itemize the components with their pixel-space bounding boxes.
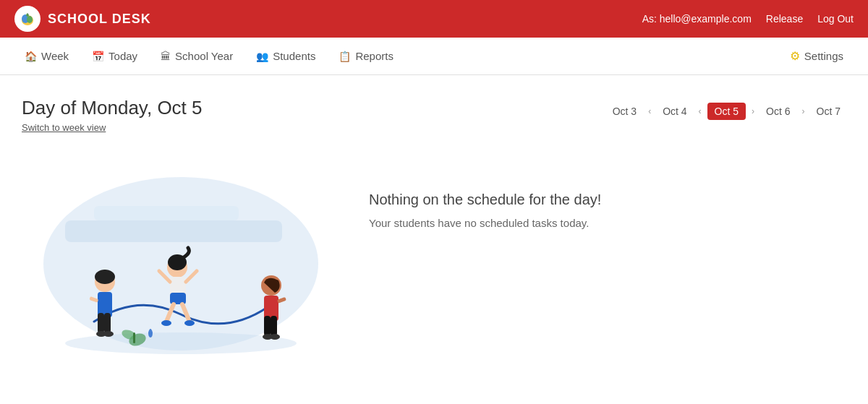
illustration (22, 148, 326, 365)
svg-rect-12 (98, 313, 104, 333)
svg-point-3 (27, 16, 33, 23)
day-title-area: Day of Monday, Oct 5 Switch to week view (22, 97, 203, 134)
app-title: SCHOOL DESK (48, 12, 151, 27)
nav-item-reports[interactable]: 📋 Reports (328, 44, 404, 68)
svg-rect-13 (104, 313, 111, 333)
svg-point-23 (161, 320, 171, 326)
content-area: Nothing on the schedule for the day! You… (22, 148, 846, 365)
nav-label-reports: Reports (355, 50, 393, 62)
reports-icon: 📋 (339, 51, 351, 62)
settings-label: Settings (804, 50, 843, 62)
home-icon: 🏠 (25, 51, 37, 62)
day-nav: Oct 3 ‹ Oct 4 ‹ Oct 5 › Oct 6 › Oct 7 (607, 103, 846, 120)
day-nav-oct6[interactable]: Oct 6 (760, 103, 796, 120)
prev-arrow[interactable]: ‹ (647, 103, 652, 119)
svg-rect-5 (27, 13, 28, 16)
day-nav-oct3[interactable]: Oct 3 (607, 103, 642, 120)
switch-to-week-link[interactable]: Switch to week view (22, 122, 106, 133)
app-header: SCHOOL DESK As: hello@example.com Releas… (0, 0, 868, 38)
nav-label-school-year: School Year (175, 50, 233, 62)
next-arrow[interactable]: › (750, 103, 756, 119)
nav-item-students[interactable]: 👥 Students (246, 44, 326, 68)
settings-link[interactable]: ⚙ Settings (780, 43, 854, 69)
building-icon: 🏛 (161, 51, 171, 62)
gear-icon: ⚙ (790, 49, 800, 63)
main-nav: 🏠 Week 📅 Today 🏛 School Year 👥 Students … (0, 38, 868, 75)
nav-item-week[interactable]: 🏠 Week (14, 44, 79, 68)
svg-rect-37 (133, 332, 135, 343)
students-icon: 👥 (256, 51, 268, 62)
prev-arrow-2[interactable]: ‹ (697, 103, 703, 119)
svg-point-33 (270, 334, 280, 340)
release-link[interactable]: Release (766, 13, 803, 25)
svg-point-17 (95, 270, 115, 284)
nav-label-today: Today (109, 50, 137, 62)
svg-point-24 (184, 320, 195, 326)
nav-item-school-year[interactable]: 🏛 School Year (150, 44, 243, 68)
day-nav-oct7[interactable]: Oct 7 (811, 103, 846, 120)
empty-state-title: Nothing on the schedule for the day! (369, 192, 601, 208)
app-logo (14, 6, 41, 32)
logo-area: SCHOOL DESK (14, 6, 642, 32)
user-email: As: hello@example.com (642, 13, 752, 25)
svg-rect-8 (94, 206, 239, 220)
day-header: Day of Monday, Oct 5 Switch to week view… (22, 97, 846, 134)
svg-rect-7 (65, 220, 282, 242)
empty-state-subtitle: Your students have no scheduled tasks to… (369, 217, 601, 229)
nav-item-today[interactable]: 📅 Today (82, 44, 148, 68)
nav-items: 🏠 Week 📅 Today 🏛 School Year 👥 Students … (14, 44, 780, 68)
logout-link[interactable]: Log Out (817, 13, 854, 25)
next-arrow-2[interactable]: › (801, 103, 807, 119)
nav-label-students: Students (273, 50, 315, 62)
svg-rect-30 (264, 316, 271, 336)
svg-point-15 (103, 331, 114, 337)
calendar-icon: 📅 (92, 51, 104, 62)
svg-rect-31 (271, 316, 277, 336)
empty-state: Nothing on the schedule for the day! You… (369, 148, 601, 229)
day-nav-oct5[interactable]: Oct 5 (707, 103, 746, 120)
day-title: Day of Monday, Oct 5 (22, 97, 203, 119)
main-content: Day of Monday, Oct 5 Switch to week view… (0, 75, 868, 387)
nav-label-week: Week (41, 50, 69, 62)
header-right: As: hello@example.com Release Log Out (642, 13, 854, 25)
day-nav-oct4[interactable]: Oct 4 (657, 103, 692, 120)
